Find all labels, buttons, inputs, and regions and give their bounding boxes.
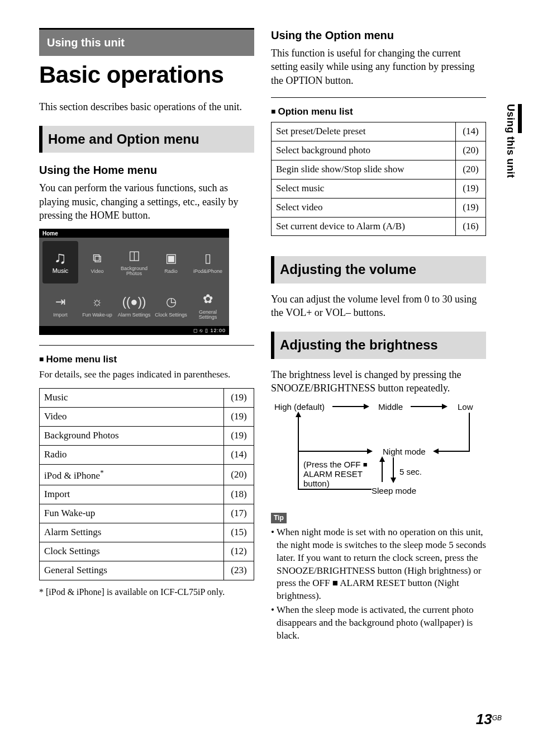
table-row: Import(18) — [40, 485, 254, 504]
home-menu-cell-icon: ☼ — [89, 295, 106, 309]
brightness-diagram: High (default) Middle Low Night mode (Pr… — [272, 401, 484, 505]
home-menu-cell: ▣Radio — [153, 241, 189, 284]
arrow-up-icon — [382, 457, 383, 482]
home-item-name: Video — [40, 408, 224, 427]
home-menu-cell-label: Video — [91, 269, 104, 274]
home-item-page: (20) — [224, 464, 254, 485]
volume-text: You can adjust the volume level from 0 t… — [271, 292, 486, 320]
option-item-name: Begin slide show/Stop slide show — [272, 160, 456, 179]
home-item-page: (19) — [224, 408, 254, 427]
table-row: Music(19) — [40, 389, 254, 408]
home-item-name: Alarm Settings — [40, 523, 224, 542]
home-menu-cell: ♫Music — [42, 241, 78, 284]
home-item-name: Clock Settings — [40, 542, 224, 561]
option-item-name: Select video — [272, 198, 456, 217]
heading-using-option: Using the Option menu — [271, 28, 486, 43]
home-item-name: Fun Wake-up — [40, 504, 224, 523]
home-menu-cell: ⧉Video — [79, 241, 115, 284]
home-menu-cell-icon: ✿ — [199, 292, 216, 306]
option-item-page: (19) — [456, 198, 486, 217]
home-item-page: (23) — [224, 561, 254, 580]
table-row: Radio(14) — [40, 445, 254, 464]
diagram-line — [298, 489, 372, 490]
home-menu-cell-icon: ♫ — [52, 250, 69, 264]
home-menu-cell-icon: ◫ — [126, 248, 142, 263]
home-menu-cell: ⇥Import — [42, 285, 78, 327]
option-item-name: Set current device to Alarm (A/B) — [272, 217, 456, 236]
right-column: Using the Option menu This function is u… — [271, 22, 486, 644]
brightness-text: The brightness level is changed by press… — [271, 368, 486, 395]
home-menu-cell-icon: ◷ — [163, 295, 179, 309]
home-menu-cell-label: Radio — [164, 269, 178, 274]
heading-volume: Adjusting the volume — [271, 256, 486, 283]
home-menu-cell-label: iPod&iPhone — [193, 269, 222, 274]
bullet-square-icon: ■ — [39, 355, 44, 363]
table-row: Background Photos(19) — [40, 427, 254, 446]
home-menu-cell-icon: ▯ — [199, 251, 216, 266]
home-item-name: Import — [40, 485, 224, 504]
separator — [39, 345, 254, 346]
table-row: Set preset/Delete preset(14) — [272, 122, 486, 141]
diagram-line — [298, 423, 299, 489]
option-item-page: (19) — [456, 179, 486, 198]
stop-icon: ■ — [363, 460, 368, 469]
home-menu-cell: ◷Clock Settings — [153, 285, 189, 327]
option-list-heading: ■Option menu list — [271, 106, 486, 119]
home-menu-cell-icon: ⧉ — [89, 251, 106, 266]
arrow-up-icon — [298, 413, 299, 423]
home-menu-cell-label: Import — [53, 313, 68, 318]
arrow-down-icon — [393, 457, 394, 482]
home-menu-table: Music(19)Video(19)Background Photos(19)R… — [39, 388, 254, 580]
side-tab-text: Using this unit — [504, 104, 517, 178]
home-menu-cell: ◫Background Photos — [116, 241, 152, 284]
heading-home-option: Home and Option menu — [39, 126, 254, 153]
using-home-text: You can perform the various functions, s… — [39, 181, 254, 222]
home-menu-cell-icon: ⇥ — [52, 295, 69, 309]
table-row: Select background photo(20) — [272, 141, 486, 160]
home-item-page: (18) — [224, 485, 254, 504]
home-item-name: iPod & iPhone* — [40, 464, 224, 485]
tips-list: When night mode is set with no operation… — [271, 526, 486, 642]
option-item-name: Set preset/Delete preset — [272, 122, 456, 141]
option-menu-table: Set preset/Delete preset(14)Select backg… — [271, 122, 486, 237]
table-row: Select video(19) — [272, 198, 486, 217]
table-row: General Settings(23) — [40, 561, 254, 580]
option-item-name: Select background photo — [272, 141, 456, 160]
home-item-page: (19) — [224, 389, 254, 408]
home-menu-cell: ✿General Settings — [190, 285, 226, 327]
page-title: Basic operations — [39, 59, 254, 91]
table-row: Fun Wake-up(17) — [40, 504, 254, 523]
left-column: Using this unit Basic operations This se… — [39, 22, 254, 644]
home-menu-cell-label: General Settings — [190, 310, 226, 320]
intro-text: This section describes basic operations … — [39, 100, 254, 114]
home-item-page: (19) — [224, 427, 254, 446]
diagram-line — [298, 451, 372, 452]
arrow-right-icon — [411, 406, 446, 407]
section-tag: Using this unit — [39, 28, 254, 56]
bd-press-off-3: button) — [303, 478, 330, 489]
home-menu-cell: ☼Fun Wake-up — [79, 285, 115, 327]
bd-low-label: Low — [458, 401, 473, 413]
option-item-page: (14) — [456, 122, 486, 141]
home-item-page: (12) — [224, 542, 254, 561]
home-footnote: * [iPod & iPhone] is available on ICF-CL… — [39, 586, 254, 598]
home-item-name: Background Photos — [40, 427, 224, 446]
heading-using-home: Using the Home menu — [39, 163, 254, 178]
option-item-page: (20) — [456, 141, 486, 160]
table-row: Set current device to Alarm (A/B)(16) — [272, 217, 486, 236]
table-row: Begin slide show/Stop slide show(20) — [272, 160, 486, 179]
bd-sleep-label: Sleep mode — [372, 485, 416, 497]
home-item-name: General Settings — [40, 561, 224, 580]
arrow-left-icon — [434, 451, 470, 452]
tip-badge: Tip — [271, 513, 287, 523]
page-number-value: 13 — [476, 711, 492, 727]
bd-middle-label: Middle — [378, 401, 403, 413]
home-menu-cell-icon: ▣ — [163, 251, 179, 266]
home-screen-statusbar: ◻ ⎋ ▯ 12:00 — [39, 326, 229, 335]
side-tab-marker — [518, 104, 522, 133]
table-row: Select music(19) — [272, 179, 486, 198]
table-row: Video(19) — [40, 408, 254, 427]
home-item-name: Music — [40, 389, 224, 408]
home-list-heading-text: Home menu list — [46, 354, 117, 365]
arrow-right-icon — [332, 406, 368, 407]
